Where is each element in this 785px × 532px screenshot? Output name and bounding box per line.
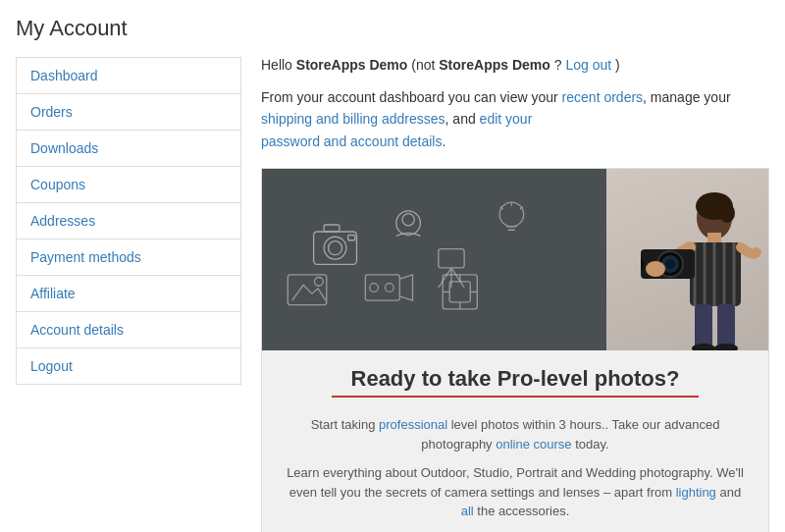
sidebar-item-affiliate[interactable]: Affiliate bbox=[17, 276, 240, 312]
promo-description: Learn everything about Outdoor, Studio, … bbox=[262, 463, 768, 521]
svg-point-36 bbox=[665, 259, 675, 269]
svg-point-13 bbox=[315, 278, 324, 287]
promo-title-wrapper: Ready to take Pro-level photos? bbox=[262, 366, 768, 403]
sidebar-item-addresses[interactable]: Addresses bbox=[17, 203, 240, 239]
main-layout: Dashboard Orders Downloads Coupons Addre… bbox=[16, 57, 769, 532]
sidebar-item-coupons[interactable]: Coupons bbox=[17, 167, 240, 203]
professional-link[interactable]: professional bbox=[379, 417, 447, 432]
sidebar-item-dashboard[interactable]: Dashboard bbox=[17, 58, 240, 94]
svg-rect-39 bbox=[695, 304, 712, 348]
svg-point-5 bbox=[396, 211, 421, 236]
sidebar-item-orders[interactable]: Orders bbox=[17, 94, 240, 131]
sidebar: Dashboard Orders Downloads Coupons Addre… bbox=[16, 57, 241, 385]
svg-point-16 bbox=[385, 284, 393, 293]
online-course-link[interactable]: online course bbox=[496, 437, 571, 452]
promo-card: Ready to take Pro-level photos? Start ta… bbox=[261, 168, 769, 532]
svg-rect-3 bbox=[324, 225, 340, 232]
all-accessories-link[interactable]: all bbox=[461, 504, 474, 518]
promo-image bbox=[262, 169, 768, 350]
svg-point-6 bbox=[402, 214, 414, 226]
recent-orders-link[interactable]: recent orders bbox=[562, 89, 643, 105]
svg-point-25 bbox=[719, 203, 735, 223]
svg-rect-7 bbox=[439, 249, 464, 268]
logout-link[interactable]: Log out bbox=[565, 57, 611, 73]
hello-text: Hello StoreApps Demo (not StoreApps Demo… bbox=[261, 57, 769, 73]
svg-rect-18 bbox=[449, 282, 470, 302]
chalk-drawings bbox=[262, 169, 606, 350]
not-prefix: (not bbox=[411, 57, 439, 73]
svg-rect-14 bbox=[365, 275, 399, 300]
sidebar-item-account-details[interactable]: Account details bbox=[17, 312, 240, 348]
svg-point-2 bbox=[329, 241, 342, 255]
svg-point-38 bbox=[646, 261, 665, 277]
person-with-camera bbox=[631, 169, 768, 350]
page-title: My Account bbox=[16, 16, 769, 41]
sidebar-item-downloads[interactable]: Downloads bbox=[17, 131, 240, 167]
hello-prefix: Hello bbox=[261, 57, 296, 73]
sidebar-item-logout[interactable]: Logout bbox=[17, 348, 240, 384]
svg-point-1 bbox=[324, 237, 346, 259]
not-suffix: ? bbox=[554, 57, 566, 73]
promo-title: Ready to take Pro-level photos? bbox=[332, 366, 700, 398]
close-paren: ) bbox=[615, 57, 620, 73]
main-content: Hello StoreApps Demo (not StoreApps Demo… bbox=[261, 57, 769, 532]
not-username-link[interactable]: StoreApps Demo bbox=[439, 57, 550, 73]
sidebar-item-payment-methods[interactable]: Payment methods bbox=[17, 239, 240, 276]
svg-point-11 bbox=[499, 202, 524, 227]
svg-line-10 bbox=[451, 268, 464, 288]
svg-rect-4 bbox=[348, 236, 355, 240]
promo-subtitle: Start taking professional level photos w… bbox=[262, 415, 768, 453]
username: StoreApps Demo bbox=[296, 57, 408, 73]
svg-point-15 bbox=[370, 284, 379, 293]
lighting-link[interactable]: lighting bbox=[676, 485, 716, 500]
svg-rect-40 bbox=[717, 304, 735, 348]
account-description: From your account dashboard you can view… bbox=[261, 86, 769, 152]
shipping-billing-link[interactable]: shipping and billing addresses bbox=[261, 111, 445, 127]
